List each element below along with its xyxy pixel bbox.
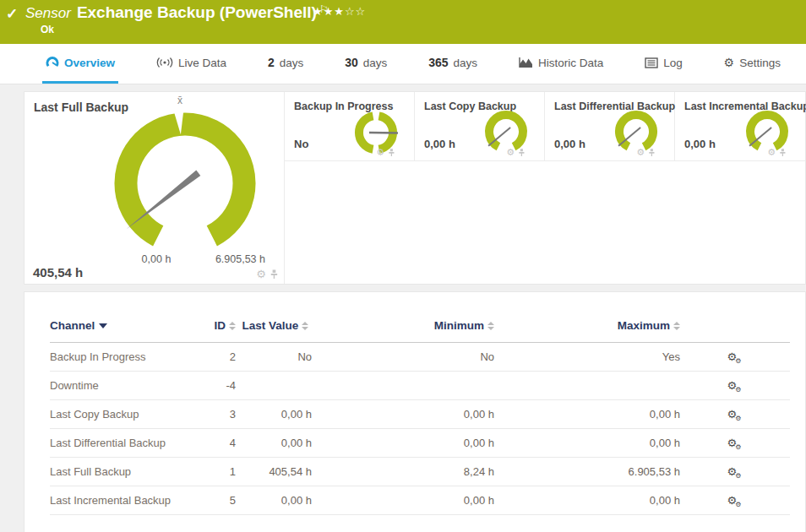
small-gauges-row: Backup In Progress No ⚙ Last Copy Backup… (285, 92, 805, 161)
column-header-id[interactable]: ID (193, 304, 239, 343)
log-list-icon (645, 57, 658, 68)
table-row[interactable]: Downtime -4 ⚙⚙ (50, 372, 790, 400)
gauge-needle (369, 133, 398, 133)
gauge-current-value: 405,54 h (33, 265, 83, 280)
channel-settings-gears-icon[interactable]: ⚙⚙ (727, 494, 743, 507)
cell-minimum (315, 372, 498, 400)
gauge-tile-last-incremental-backup[interactable]: Last Incremental Backup 0,00 h ⚙ (675, 92, 805, 161)
cell-channel[interactable]: Last Full Backup (50, 458, 193, 486)
gauge-min-label: 0,00 h (130, 253, 182, 265)
tab-bar: Overview Live Data 2 days 30 days 365 da… (0, 44, 806, 84)
tile-gear-icon[interactable]: ⚙ (506, 147, 515, 158)
gauges-panel: Last Full Backup x̄ 0,00 h 6.905,53 h 40… (24, 91, 806, 285)
channel-table: Channel ID Last Value Minimum Maximum (50, 304, 790, 515)
tab-live-data[interactable]: Live Data (153, 44, 230, 84)
column-header-channel[interactable]: Channel (50, 304, 193, 343)
cell-last-value: No (239, 343, 315, 372)
tab-2-days-number: 2 (268, 56, 275, 69)
column-header-minimum[interactable]: Minimum (315, 304, 498, 343)
cell-minimum: 0,00 h (315, 400, 498, 429)
tile-gear-icon[interactable]: ⚙ (256, 268, 266, 280)
cell-maximum: 6.905,53 h (498, 458, 683, 486)
channel-settings-gears-icon[interactable]: ⚙⚙ (727, 437, 743, 449)
channel-settings-gears-icon[interactable]: ⚙⚙ (727, 408, 743, 421)
cell-channel[interactable]: Backup In Progress (50, 343, 193, 372)
sort-desc-icon (99, 323, 107, 328)
tile-gear-icon[interactable]: ⚙ (767, 147, 776, 158)
tab-30-days-number: 30 (345, 56, 358, 69)
cell-channel[interactable]: Last Incremental Backup (50, 486, 193, 515)
column-header-maximum[interactable]: Maximum (498, 304, 683, 343)
gauge-current-value: 0,00 h (554, 138, 585, 150)
tab-historic-data-label: Historic Data (538, 57, 603, 69)
table-row[interactable]: Last Incremental Backup 5 0,00 h 0,00 h … (50, 486, 790, 515)
cell-minimum: 0,00 h (315, 486, 498, 515)
average-marker: x̄ (177, 95, 182, 106)
table-row[interactable]: Last Full Backup 1 405,54 h 8,24 h 6.905… (50, 458, 790, 486)
tile-gear-icon[interactable]: ⚙ (376, 147, 384, 158)
tab-log[interactable]: Log (641, 44, 686, 84)
table-row[interactable]: Backup In Progress 2 No No Yes ⚙⚙ (50, 343, 790, 372)
gauge-tile-last-copy-backup[interactable]: Last Copy Backup 0,00 h ⚙ (415, 92, 545, 161)
channel-settings-gears-icon[interactable]: ⚙⚙ (727, 350, 743, 363)
tab-overview[interactable]: Overview (42, 44, 118, 84)
live-data-icon (156, 57, 173, 68)
last-full-backup-gauge: x̄ (92, 92, 278, 261)
column-header-tools (683, 304, 790, 343)
tab-30-days[interactable]: 30 days (341, 44, 390, 84)
cell-minimum: 0,00 h (315, 429, 498, 458)
priority-stars[interactable]: ★★★☆☆ (313, 5, 366, 18)
channel-table-panel: Channel ID Last Value Minimum Maximum (24, 291, 806, 532)
gauge-tile-last-differential-backup[interactable]: Last Differential Backup 0,00 h ⚙ (545, 92, 675, 161)
table-header-row: Channel ID Last Value Minimum Maximum (50, 304, 790, 343)
cell-channel[interactable]: Last Differential Backup (50, 429, 193, 458)
historic-data-chart-icon (519, 57, 533, 68)
gauge-current-value: No (294, 138, 308, 150)
channel-settings-gears-icon[interactable]: ⚙⚙ (727, 379, 743, 392)
sensor-status-text: Ok (41, 24, 54, 35)
cell-id: 2 (193, 343, 239, 372)
channel-settings-gears-icon[interactable]: ⚙⚙ (727, 465, 743, 478)
tab-settings[interactable]: ⚙ Settings (721, 44, 784, 84)
table-row[interactable]: Last Differential Backup 4 0,00 h 0,00 h… (50, 429, 790, 458)
cell-last-value: 0,00 h (239, 400, 315, 429)
tab-365-days[interactable]: 365 days (425, 44, 481, 84)
gauge-tile-last-full-backup[interactable]: Last Full Backup x̄ 0,00 h 6.905,53 h 40… (25, 92, 285, 284)
table-row[interactable]: Last Copy Backup 3 0,00 h 0,00 h 0,00 h … (50, 400, 790, 429)
overview-gauge-icon (46, 56, 59, 69)
sort-icon (229, 322, 236, 330)
tab-settings-label: Settings (739, 57, 781, 69)
tile-pin-icon[interactable] (269, 269, 279, 280)
sensor-title: Exchange Backup (PowerShell) (77, 3, 317, 21)
tab-365-days-number: 365 (428, 56, 448, 69)
tab-2-days[interactable]: 2 days (264, 44, 307, 84)
tile-pin-icon[interactable] (778, 148, 787, 157)
cell-maximum: Yes (498, 343, 683, 372)
sensor-header: ✓ SensorExchange Backup (PowerShell)⚐ ★★… (0, 0, 806, 44)
gauge-tile-backup-in-progress[interactable]: Backup In Progress No ⚙ (285, 92, 415, 161)
cell-channel[interactable]: Downtime (50, 372, 193, 400)
tab-30-days-label: days (363, 57, 388, 69)
tile-pin-icon[interactable] (647, 148, 656, 157)
cell-last-value (239, 372, 315, 400)
column-header-last-value[interactable]: Last Value (239, 304, 315, 343)
cell-last-value: 405,54 h (239, 458, 315, 486)
cell-last-value: 0,00 h (239, 429, 315, 458)
tile-gear-icon[interactable]: ⚙ (636, 147, 645, 158)
tab-live-data-label: Live Data (178, 57, 226, 69)
cell-maximum (498, 372, 683, 400)
sort-icon (302, 322, 308, 330)
sort-icon (487, 322, 494, 330)
cell-last-value: 0,00 h (239, 486, 315, 515)
object-kind-label: Sensor (25, 5, 71, 21)
tab-365-days-label: days (454, 57, 478, 69)
tab-historic-data[interactable]: Historic Data (515, 44, 607, 84)
stars-empty: ☆☆ (345, 5, 366, 18)
cell-minimum: No (315, 343, 498, 372)
cell-channel[interactable]: Last Copy Backup (50, 400, 193, 429)
cell-id: 4 (193, 429, 239, 458)
cell-maximum: 0,00 h (498, 400, 683, 429)
tile-pin-icon[interactable] (517, 148, 526, 157)
tile-pin-icon[interactable] (387, 148, 395, 157)
sort-icon (673, 322, 680, 330)
